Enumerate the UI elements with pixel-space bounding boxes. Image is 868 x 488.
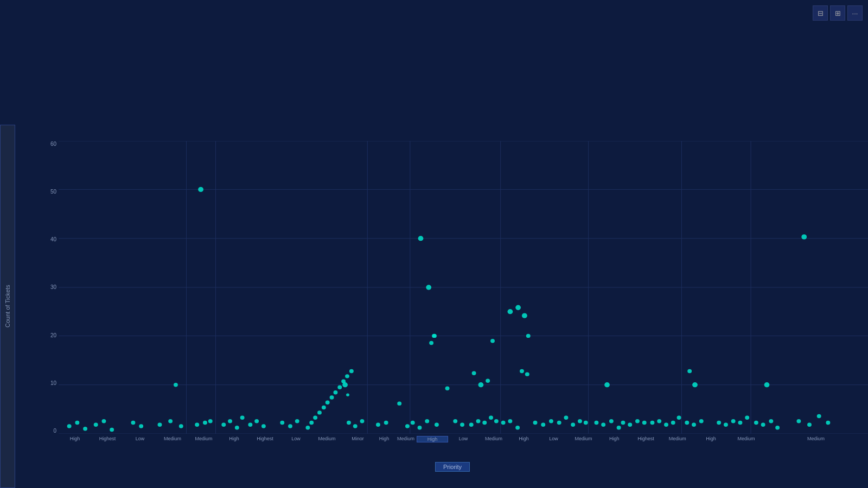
x-labels-row: High Highest Low Medium Medium High High…	[59, 434, 868, 461]
svg-point-108	[642, 421, 647, 425]
svg-point-128	[801, 234, 807, 239]
x-label-poam-low: Low	[448, 436, 478, 442]
x-label-poam-high[interactable]: High	[417, 436, 448, 442]
svg-point-76	[486, 379, 490, 383]
svg-point-39	[288, 424, 292, 428]
svg-point-52	[349, 369, 354, 373]
more-button[interactable]: ···	[847, 5, 863, 21]
x-label-ip-medium: Medium	[311, 436, 342, 441]
svg-point-84	[515, 305, 521, 310]
svg-point-59	[384, 421, 388, 425]
svg-point-126	[769, 419, 773, 423]
svg-point-88	[508, 419, 512, 423]
svg-point-103	[617, 426, 621, 429]
svg-point-96	[564, 415, 569, 419]
x-label-bf-medium: Medium	[156, 436, 189, 441]
x-label-sr-low: Low	[539, 436, 569, 441]
svg-point-90	[520, 369, 524, 373]
x-label-st-medium: Medium	[729, 436, 764, 441]
svg-point-109	[650, 421, 655, 425]
filter-button[interactable]: ⊟	[813, 5, 828, 21]
svg-point-33	[235, 426, 239, 429]
x-label-ip-high: High	[219, 436, 250, 441]
chart-area: Break/fix Response Corre... Internal Pro…	[15, 125, 868, 488]
svg-point-85	[522, 313, 527, 318]
svg-point-47	[330, 395, 334, 399]
svg-point-77	[490, 339, 495, 343]
svg-point-93	[541, 423, 545, 427]
x-label-ip-minor: Minor	[342, 436, 373, 441]
svg-point-81	[489, 415, 493, 419]
x-label-ip-highest: Highest	[250, 436, 280, 441]
y-axis-label: Count of Tickets	[0, 125, 15, 488]
svg-point-89	[515, 426, 520, 429]
svg-point-105	[621, 421, 626, 425]
svg-point-62	[418, 236, 424, 241]
x-label-srw-highest: Highest	[630, 436, 661, 441]
x-group-poam: High Low Medium	[417, 436, 509, 442]
svg-point-55	[347, 421, 351, 425]
svg-point-74	[472, 371, 476, 375]
svg-point-41	[305, 426, 310, 429]
chart-inner: Count of Tickets Break/fix Response Corr…	[0, 125, 868, 488]
svg-point-111	[664, 423, 668, 427]
svg-point-98	[578, 419, 582, 423]
svg-point-125	[761, 423, 765, 427]
expand-button[interactable]: ⊞	[830, 5, 845, 21]
svg-point-70	[432, 334, 437, 338]
svg-point-114	[685, 421, 689, 425]
x-group-corre: Medium	[189, 436, 219, 441]
x-group-srw: High Highest Medium	[598, 436, 693, 441]
svg-point-67	[425, 419, 429, 423]
svg-point-28	[195, 423, 199, 427]
svg-point-25	[174, 383, 178, 387]
svg-point-58	[376, 423, 380, 427]
x-label-srw-high: High	[598, 436, 630, 441]
svg-point-53	[346, 394, 349, 397]
svg-point-116	[699, 419, 704, 423]
svg-point-119	[717, 421, 721, 425]
svg-point-102	[609, 419, 614, 423]
svg-point-26	[179, 424, 183, 428]
svg-point-69	[429, 341, 433, 345]
x-group-subtask: High Medium	[693, 436, 764, 441]
x-group-breakfix: High Highest Low Medium	[59, 436, 189, 441]
svg-point-118	[687, 369, 692, 373]
svg-point-79	[476, 419, 481, 423]
svg-point-71	[445, 386, 450, 390]
top-area: ⊟ ⊞ ···	[0, 0, 868, 125]
svg-point-83	[507, 309, 513, 314]
svg-point-132	[817, 414, 821, 418]
svg-point-66	[418, 426, 422, 429]
y-label-40: 40	[37, 236, 59, 242]
svg-point-133	[826, 421, 830, 425]
svg-point-130	[796, 419, 801, 423]
toolbar: ⊟ ⊞ ···	[813, 5, 863, 21]
svg-point-99	[584, 421, 588, 425]
x-label-nu-medium: Medium	[395, 436, 417, 441]
svg-point-38	[280, 421, 284, 425]
svg-point-24	[168, 419, 173, 423]
svg-point-54	[342, 382, 348, 387]
svg-point-95	[557, 421, 561, 425]
svg-point-65	[411, 421, 415, 425]
y-label-50: 50	[37, 189, 59, 195]
x-axis-title: Priority	[435, 462, 470, 472]
svg-point-117	[692, 382, 698, 387]
svg-point-86	[526, 334, 531, 338]
svg-point-22	[139, 424, 143, 428]
svg-point-101	[601, 423, 605, 427]
svg-point-120	[724, 423, 728, 427]
svg-point-73	[460, 423, 464, 427]
svg-point-129	[764, 382, 770, 387]
svg-point-115	[692, 423, 696, 427]
svg-point-127	[775, 426, 780, 429]
svg-point-32	[228, 419, 232, 423]
chart-container: Count of Tickets Break/fix Response Corr…	[0, 125, 868, 488]
x-label-bf-low: Low	[124, 436, 156, 441]
svg-point-94	[549, 419, 553, 423]
svg-point-56	[353, 424, 358, 428]
svg-point-36	[254, 419, 259, 423]
svg-point-112	[671, 421, 675, 425]
svg-point-48	[333, 390, 337, 394]
